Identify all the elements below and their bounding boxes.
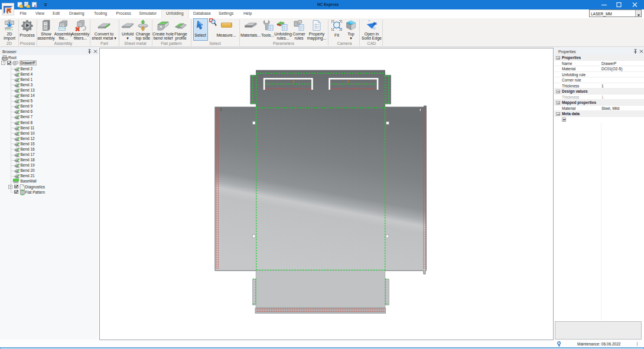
- svg-text:</>: </>: [60, 27, 65, 31]
